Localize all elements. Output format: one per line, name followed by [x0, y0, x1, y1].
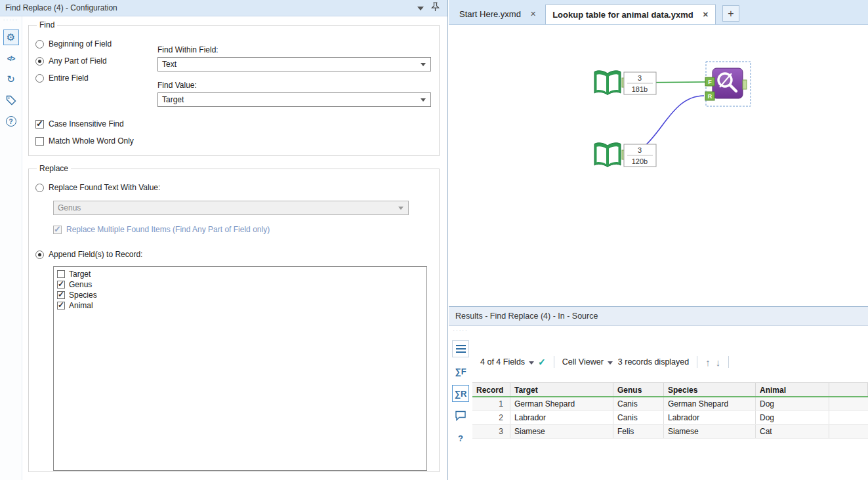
find-within-field-select[interactable]: Text: [157, 57, 431, 71]
radio-icon[interactable]: [35, 250, 44, 259]
replace-input-anchor[interactable]: R: [705, 92, 714, 100]
close-icon[interactable]: ✕: [530, 10, 536, 18]
radio-beginning-of-field[interactable]: Beginning of Field: [35, 37, 157, 50]
animal-cell[interactable]: Dog: [756, 411, 829, 424]
fields-dropdown-label: 4 of 4 Fields: [480, 357, 525, 367]
append-fields-listbox[interactable]: Target Genus Species Animal: [53, 266, 427, 471]
find-replace-tool[interactable]: [713, 68, 743, 98]
anchor-label: F: [708, 79, 712, 85]
table-row[interactable]: 2 Labrador Canis Labrador Dog: [472, 411, 868, 425]
radio-icon[interactable]: [35, 74, 44, 83]
find-input-anchor[interactable]: F: [705, 77, 714, 86]
species-cell[interactable]: German Shepard: [664, 397, 756, 410]
annotation-count: 3: [638, 146, 642, 154]
drag-handle[interactable]: ·····: [453, 329, 468, 335]
close-icon[interactable]: ✕: [703, 10, 709, 19]
toolbar-separator: [728, 356, 729, 368]
xml-view-button[interactable]: </>: [3, 50, 19, 66]
target-cell[interactable]: German Shepard: [510, 397, 613, 410]
animal-cell[interactable]: Dog: [756, 397, 829, 410]
replace-value-select: Genus: [53, 201, 409, 215]
checkbox-match-whole-word[interactable]: Match Whole Word Only: [35, 134, 432, 148]
genus-cell[interactable]: Canis: [613, 397, 664, 410]
new-workflow-button[interactable]: +: [722, 5, 739, 22]
results-help-button[interactable]: ?: [452, 430, 469, 447]
cell-viewer-dropdown[interactable]: Cell Viewer: [562, 357, 613, 367]
column-header-target[interactable]: Target: [510, 383, 613, 396]
scroll-up-button[interactable]: ↑: [705, 357, 711, 368]
annotation-tab-button[interactable]: [3, 92, 19, 108]
field-item-target[interactable]: Target: [57, 269, 423, 279]
target-cell[interactable]: Labrador: [510, 411, 613, 424]
book-page-right: [609, 146, 619, 164]
input-data-tool-1[interactable]: [594, 71, 621, 95]
help-button[interactable]: ?: [3, 113, 19, 129]
column-header-record[interactable]: Record: [472, 383, 510, 396]
record-number-cell: 2: [472, 411, 510, 424]
output-anchor[interactable]: [743, 80, 747, 89]
column-header-genus[interactable]: Genus: [613, 383, 664, 396]
checkbox-icon[interactable]: [35, 120, 44, 129]
table-row[interactable]: 3 Siamese Felis Siamese Cat: [472, 425, 868, 439]
apply-check-icon[interactable]: ✓: [538, 357, 546, 367]
toolbar-separator: [554, 356, 554, 368]
genus-cell[interactable]: Felis: [613, 425, 664, 438]
drag-handle[interactable]: ·····: [3, 18, 18, 24]
tab-start-here[interactable]: Start Here.yxmd ✕: [453, 4, 543, 24]
layout-toggle-button[interactable]: [452, 340, 469, 357]
pin-panel-button[interactable]: [428, 2, 442, 14]
workflow-canvas[interactable]: 3 181b 3 120b: [449, 25, 868, 306]
workflow-svg: 3 181b 3 120b: [449, 25, 868, 306]
workflow-dependencies-button[interactable]: ↻: [3, 71, 19, 87]
column-header-animal[interactable]: Animal: [756, 383, 829, 396]
species-cell[interactable]: Siamese: [664, 425, 756, 438]
records-view-button[interactable]: ∑R: [452, 385, 469, 402]
records-displayed-text: 3 records displayed: [618, 357, 689, 367]
field-item-species[interactable]: Species: [57, 290, 423, 300]
results-title: Results - Find Replace (4) - In - Source: [455, 311, 598, 321]
field-item-animal[interactable]: Animal: [57, 300, 423, 311]
radio-label: Append Field(s) to Record:: [49, 250, 142, 259]
find-value-select[interactable]: Target: [157, 92, 431, 107]
radio-replace-found-text[interactable]: Replace Found Text With Value:: [35, 181, 432, 194]
chevron-down-icon: [608, 361, 613, 365]
radio-any-part-of-field[interactable]: Any Part of Field: [35, 54, 157, 68]
workflow-tab-bar: Start Here.yxmd ✕ Lookup table for anima…: [449, 0, 868, 25]
radio-entire-field[interactable]: Entire Field: [35, 71, 157, 85]
species-cell[interactable]: Labrador: [664, 411, 756, 424]
collapse-panel-button[interactable]: [413, 3, 428, 12]
animal-cell[interactable]: Cat: [756, 425, 829, 438]
checkbox-icon[interactable]: [57, 281, 65, 289]
find-value-label: Find Value:: [157, 81, 431, 90]
radio-append-fields[interactable]: Append Field(s) to Record:: [35, 248, 432, 261]
column-header-species[interactable]: Species: [664, 383, 756, 396]
scroll-down-button[interactable]: ↓: [716, 357, 721, 368]
tab-lookup-table[interactable]: Lookup table for animal data.yxmd ✕: [545, 4, 716, 24]
fields-dropdown[interactable]: 4 of 4 Fields ✓: [480, 357, 546, 367]
input-data-tool-2[interactable]: [594, 143, 621, 167]
checkbox-icon[interactable]: [57, 291, 65, 299]
configuration-tab-button[interactable]: ⚙: [3, 30, 19, 45]
target-cell[interactable]: Siamese: [510, 425, 613, 438]
radio-icon[interactable]: [35, 40, 44, 49]
results-toolstrip: ····· ∑F ∑R ?: [449, 326, 472, 480]
radio-icon[interactable]: [35, 184, 44, 192]
metadata-view-button[interactable]: ∑F: [452, 363, 469, 380]
book-page-right: [609, 74, 619, 92]
speech-bubble-icon: [455, 410, 466, 421]
annotation-node-1[interactable]: 3 181b: [624, 72, 656, 94]
field-item-genus[interactable]: Genus: [57, 279, 423, 290]
toolbar-separator: [697, 356, 697, 368]
annotation-size: 120b: [632, 157, 648, 165]
checkbox-icon[interactable]: [57, 270, 65, 278]
annotation-node-2[interactable]: 3 120b: [624, 144, 656, 167]
genus-cell[interactable]: Canis: [613, 411, 664, 424]
messages-button[interactable]: [452, 407, 469, 424]
table-row[interactable]: 1 German Shepard Canis German Shepard Do…: [472, 397, 868, 411]
book-page-left: [597, 146, 607, 164]
checkbox-icon[interactable]: [35, 137, 44, 146]
configuration-toolstrip: ····· ⚙ </> ↻ ?: [0, 16, 22, 480]
radio-icon[interactable]: [35, 57, 44, 66]
checkbox-icon[interactable]: [57, 302, 65, 310]
checkbox-case-insensitive[interactable]: Case Insensitive Find: [35, 117, 432, 130]
